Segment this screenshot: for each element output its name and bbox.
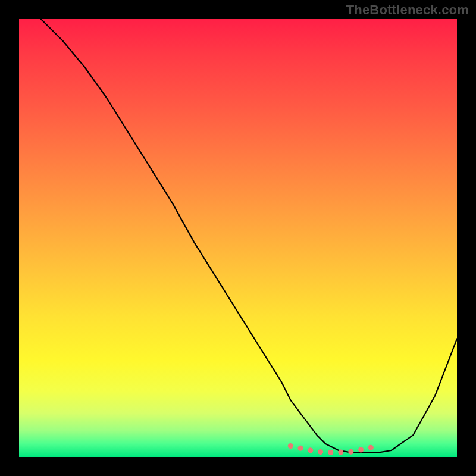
curve-svg [19, 19, 457, 457]
plot-area [19, 19, 457, 457]
bottleneck-curve [41, 19, 457, 453]
chart-frame: TheBottleneck.com [0, 0, 476, 476]
valley-dots [290, 446, 378, 453]
watermark-text: TheBottleneck.com [346, 2, 469, 18]
